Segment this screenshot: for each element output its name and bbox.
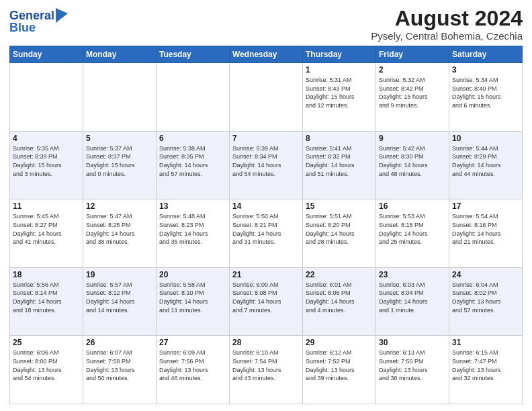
calendar-cell-3-4: 22Sunrise: 6:01 AM Sunset: 8:06 PM Dayli… — [303, 267, 376, 336]
day-info: Sunrise: 5:47 AM Sunset: 8:25 PM Dayligh… — [86, 212, 153, 246]
day-number: 22 — [306, 270, 373, 279]
day-number: 7 — [232, 134, 300, 143]
calendar-cell-3-6: 24Sunrise: 6:04 AM Sunset: 8:02 PM Dayli… — [449, 267, 523, 336]
calendar-row-1: 4Sunrise: 5:35 AM Sunset: 8:39 PM Daylig… — [10, 131, 523, 199]
day-number: 27 — [159, 338, 226, 347]
day-number: 31 — [452, 338, 519, 347]
day-info: Sunrise: 5:31 AM Sunset: 8:43 PM Dayligh… — [306, 76, 373, 109]
day-info: Sunrise: 5:53 AM Sunset: 8:18 PM Dayligh… — [379, 212, 446, 246]
calendar-header-row: Sunday Monday Tuesday Wednesday Thursday… — [10, 46, 523, 63]
day-number: 23 — [379, 270, 446, 279]
day-info: Sunrise: 6:10 AM Sunset: 7:54 PM Dayligh… — [232, 349, 300, 382]
calendar-cell-1-4: 8Sunrise: 5:41 AM Sunset: 8:32 PM Daylig… — [303, 131, 376, 199]
day-info: Sunrise: 5:37 AM Sunset: 8:37 PM Dayligh… — [86, 144, 153, 178]
day-info: Sunrise: 5:38 AM Sunset: 8:35 PM Dayligh… — [159, 144, 226, 178]
calendar-cell-2-3: 14Sunrise: 5:50 AM Sunset: 8:21 PM Dayli… — [230, 199, 303, 268]
logo-text-blue: Blue — [9, 21, 36, 35]
day-number: 4 — [13, 134, 80, 143]
day-info: Sunrise: 5:51 AM Sunset: 8:20 PM Dayligh… — [306, 212, 373, 246]
calendar-row-0: 1Sunrise: 5:31 AM Sunset: 8:43 PM Daylig… — [10, 63, 523, 132]
calendar-cell-1-6: 10Sunrise: 5:44 AM Sunset: 8:29 PM Dayli… — [449, 131, 523, 199]
calendar-cell-1-5: 9Sunrise: 5:42 AM Sunset: 8:30 PM Daylig… — [376, 131, 449, 199]
calendar-cell-0-0 — [10, 63, 83, 132]
calendar-row-3: 18Sunrise: 5:56 AM Sunset: 8:14 PM Dayli… — [10, 267, 523, 336]
col-tuesday: Tuesday — [157, 46, 230, 63]
calendar-cell-2-0: 11Sunrise: 5:45 AM Sunset: 8:27 PM Dayli… — [10, 199, 83, 268]
calendar-cell-0-1 — [83, 63, 157, 132]
calendar-cell-4-0: 25Sunrise: 6:06 AM Sunset: 8:00 PM Dayli… — [10, 336, 83, 404]
day-info: Sunrise: 5:50 AM Sunset: 8:21 PM Dayligh… — [232, 212, 300, 246]
main-title: August 2024 — [371, 7, 523, 30]
day-number: 2 — [379, 65, 446, 75]
day-number: 25 — [13, 338, 80, 347]
day-info: Sunrise: 5:45 AM Sunset: 8:27 PM Dayligh… — [13, 212, 80, 246]
col-thursday: Thursday — [303, 46, 376, 63]
title-block: August 2024 Pysely, Central Bohemia, Cze… — [371, 7, 523, 42]
calendar-cell-4-4: 29Sunrise: 6:12 AM Sunset: 7:52 PM Dayli… — [303, 336, 376, 404]
calendar-cell-4-1: 26Sunrise: 6:07 AM Sunset: 7:58 PM Dayli… — [83, 336, 157, 404]
day-number: 8 — [306, 134, 373, 143]
day-info: Sunrise: 5:57 AM Sunset: 8:12 PM Dayligh… — [86, 281, 153, 314]
col-monday: Monday — [83, 46, 157, 63]
calendar-cell-0-4: 1Sunrise: 5:31 AM Sunset: 8:43 PM Daylig… — [303, 63, 376, 132]
day-number: 10 — [452, 134, 519, 143]
day-number: 6 — [159, 134, 226, 143]
calendar-row-2: 11Sunrise: 5:45 AM Sunset: 8:27 PM Dayli… — [10, 199, 523, 268]
calendar-cell-2-4: 15Sunrise: 5:51 AM Sunset: 8:20 PM Dayli… — [303, 199, 376, 268]
day-number: 1 — [306, 65, 373, 75]
day-number: 26 — [86, 338, 153, 347]
calendar-table: Sunday Monday Tuesday Wednesday Thursday… — [9, 46, 523, 404]
day-info: Sunrise: 5:56 AM Sunset: 8:14 PM Dayligh… — [13, 281, 80, 314]
day-number: 12 — [86, 201, 153, 211]
day-info: Sunrise: 5:48 AM Sunset: 8:23 PM Dayligh… — [159, 212, 226, 246]
calendar-cell-1-1: 5Sunrise: 5:37 AM Sunset: 8:37 PM Daylig… — [83, 131, 157, 199]
col-wednesday: Wednesday — [230, 46, 303, 63]
calendar-cell-0-5: 2Sunrise: 5:32 AM Sunset: 8:42 PM Daylig… — [376, 63, 449, 132]
day-info: Sunrise: 5:42 AM Sunset: 8:30 PM Dayligh… — [379, 144, 446, 178]
day-info: Sunrise: 5:54 AM Sunset: 8:16 PM Dayligh… — [452, 212, 519, 246]
day-info: Sunrise: 6:00 AM Sunset: 8:08 PM Dayligh… — [232, 281, 300, 314]
calendar-cell-4-2: 27Sunrise: 6:09 AM Sunset: 7:56 PM Dayli… — [157, 336, 230, 404]
day-info: Sunrise: 6:04 AM Sunset: 8:02 PM Dayligh… — [452, 281, 519, 314]
day-number: 13 — [159, 201, 226, 211]
day-info: Sunrise: 5:58 AM Sunset: 8:10 PM Dayligh… — [159, 281, 226, 314]
page: General Blue August 2024 Pysely, Central… — [0, 0, 532, 411]
calendar-cell-3-5: 23Sunrise: 6:03 AM Sunset: 8:04 PM Dayli… — [376, 267, 449, 336]
day-number: 11 — [13, 201, 80, 211]
day-number: 28 — [232, 338, 300, 347]
day-info: Sunrise: 6:01 AM Sunset: 8:06 PM Dayligh… — [306, 281, 373, 314]
day-number: 16 — [379, 201, 446, 211]
day-info: Sunrise: 6:13 AM Sunset: 7:50 PM Dayligh… — [379, 349, 446, 382]
calendar-cell-2-1: 12Sunrise: 5:47 AM Sunset: 8:25 PM Dayli… — [83, 199, 157, 268]
calendar-cell-0-3 — [230, 63, 303, 132]
day-info: Sunrise: 5:34 AM Sunset: 8:40 PM Dayligh… — [452, 76, 519, 109]
subtitle: Pysely, Central Bohemia, Czechia — [371, 30, 523, 42]
day-info: Sunrise: 5:41 AM Sunset: 8:32 PM Dayligh… — [306, 144, 373, 178]
calendar-cell-0-2 — [157, 63, 230, 132]
calendar-row-4: 25Sunrise: 6:06 AM Sunset: 8:00 PM Dayli… — [10, 336, 523, 404]
col-friday: Friday — [376, 46, 449, 63]
col-sunday: Sunday — [10, 46, 83, 63]
day-number: 30 — [379, 338, 446, 347]
calendar-cell-3-1: 19Sunrise: 5:57 AM Sunset: 8:12 PM Dayli… — [83, 267, 157, 336]
calendar-cell-2-6: 17Sunrise: 5:54 AM Sunset: 8:16 PM Dayli… — [449, 199, 523, 268]
day-info: Sunrise: 6:09 AM Sunset: 7:56 PM Dayligh… — [159, 349, 226, 382]
day-info: Sunrise: 5:39 AM Sunset: 8:34 PM Dayligh… — [232, 144, 300, 178]
calendar-cell-4-6: 31Sunrise: 6:15 AM Sunset: 7:47 PM Dayli… — [449, 336, 523, 404]
day-number: 14 — [232, 201, 300, 211]
calendar-cell-1-0: 4Sunrise: 5:35 AM Sunset: 8:39 PM Daylig… — [10, 131, 83, 199]
calendar-cell-2-2: 13Sunrise: 5:48 AM Sunset: 8:23 PM Dayli… — [157, 199, 230, 268]
day-number: 5 — [86, 134, 153, 143]
calendar-cell-1-3: 7Sunrise: 5:39 AM Sunset: 8:34 PM Daylig… — [230, 131, 303, 199]
day-info: Sunrise: 5:44 AM Sunset: 8:29 PM Dayligh… — [452, 144, 519, 178]
calendar-cell-0-6: 3Sunrise: 5:34 AM Sunset: 8:40 PM Daylig… — [449, 63, 523, 132]
day-info: Sunrise: 5:35 AM Sunset: 8:39 PM Dayligh… — [13, 144, 80, 178]
day-info: Sunrise: 6:06 AM Sunset: 8:00 PM Dayligh… — [13, 349, 80, 382]
day-number: 24 — [452, 270, 519, 279]
day-info: Sunrise: 6:07 AM Sunset: 7:58 PM Dayligh… — [86, 349, 153, 382]
calendar-cell-1-2: 6Sunrise: 5:38 AM Sunset: 8:35 PM Daylig… — [157, 131, 230, 199]
day-number: 17 — [452, 201, 519, 211]
calendar-cell-3-0: 18Sunrise: 5:56 AM Sunset: 8:14 PM Dayli… — [10, 267, 83, 336]
col-saturday: Saturday — [449, 46, 523, 63]
day-info: Sunrise: 6:12 AM Sunset: 7:52 PM Dayligh… — [306, 349, 373, 382]
